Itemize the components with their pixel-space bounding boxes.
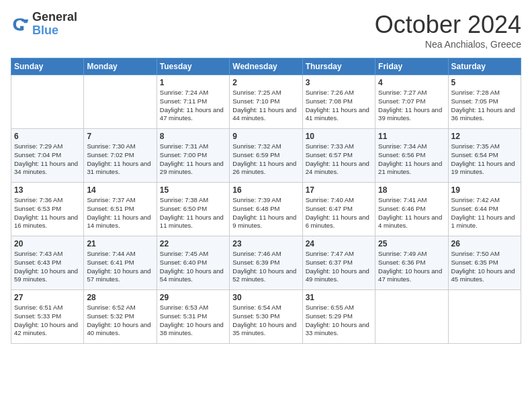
cell-info: Sunrise: 7:25 AMSunset: 7:10 PMDaylight:…: [232, 89, 299, 123]
calendar-cell: 25Sunrise: 7:49 AMSunset: 6:36 PMDayligh…: [375, 236, 448, 290]
header-day: Friday: [375, 58, 448, 75]
day-number: 23: [232, 239, 299, 248]
calendar-cell: 1Sunrise: 7:24 AMSunset: 7:11 PMDaylight…: [157, 75, 229, 129]
cell-info: Sunrise: 7:38 AMSunset: 6:50 PMDaylight:…: [160, 196, 226, 230]
day-number: 6: [14, 132, 81, 141]
header-day: Sunday: [11, 58, 84, 75]
calendar-cell: 10Sunrise: 7:33 AMSunset: 6:57 PMDayligh…: [302, 129, 375, 183]
day-number: 4: [378, 78, 445, 87]
day-number: 16: [232, 185, 299, 195]
cell-info: Sunrise: 7:43 AMSunset: 6:43 PMDaylight:…: [14, 250, 81, 284]
calendar-cell: [11, 75, 84, 129]
cell-info: Sunrise: 6:53 AMSunset: 5:31 PMDaylight:…: [160, 304, 226, 338]
calendar-cell: 19Sunrise: 7:42 AMSunset: 6:44 PMDayligh…: [448, 183, 521, 236]
day-number: 10: [306, 132, 372, 141]
cell-info: Sunrise: 7:31 AMSunset: 7:00 PMDaylight:…: [160, 142, 226, 177]
calendar-row: 13Sunrise: 7:36 AMSunset: 6:53 PMDayligh…: [11, 183, 521, 236]
calendar-cell: 9Sunrise: 7:32 AMSunset: 6:59 PMDaylight…: [230, 129, 302, 183]
day-number: 27: [14, 293, 81, 302]
day-number: 31: [306, 293, 372, 302]
calendar-cell: 16Sunrise: 7:39 AMSunset: 6:48 PMDayligh…: [230, 183, 302, 236]
calendar-cell: 3Sunrise: 7:26 AMSunset: 7:08 PMDaylight…: [302, 75, 375, 129]
month-title: October 2024: [375, 11, 521, 39]
calendar-cell: 8Sunrise: 7:31 AMSunset: 7:00 PMDaylight…: [157, 129, 229, 183]
calendar-table: SundayMondayTuesdayWednesdayThursdayFrid…: [11, 58, 521, 344]
day-number: 12: [451, 132, 518, 141]
day-number: 8: [160, 132, 226, 141]
cell-info: Sunrise: 6:54 AMSunset: 5:30 PMDaylight:…: [232, 304, 299, 338]
calendar-row: 1Sunrise: 7:24 AMSunset: 7:11 PMDaylight…: [11, 75, 521, 129]
day-number: 26: [451, 239, 518, 248]
day-number: 7: [87, 132, 153, 141]
calendar-cell: 4Sunrise: 7:27 AMSunset: 7:07 PMDaylight…: [375, 75, 448, 129]
cell-info: Sunrise: 7:27 AMSunset: 7:07 PMDaylight:…: [378, 89, 445, 123]
cell-info: Sunrise: 7:39 AMSunset: 6:48 PMDaylight:…: [232, 196, 299, 230]
day-number: 22: [160, 239, 226, 248]
day-number: 15: [160, 185, 226, 195]
cell-info: Sunrise: 6:52 AMSunset: 5:32 PMDaylight:…: [87, 304, 153, 338]
day-number: 11: [378, 132, 445, 141]
calendar-cell: 15Sunrise: 7:38 AMSunset: 6:50 PMDayligh…: [157, 183, 229, 236]
cell-info: Sunrise: 7:49 AMSunset: 6:36 PMDaylight:…: [378, 250, 445, 284]
day-number: 21: [87, 239, 153, 248]
logo-blue: Blue: [32, 24, 77, 38]
day-number: 25: [378, 239, 445, 248]
calendar-cell: 5Sunrise: 7:28 AMSunset: 7:05 PMDaylight…: [448, 75, 521, 129]
header-day: Monday: [84, 58, 157, 75]
day-number: 3: [306, 78, 372, 87]
day-number: 20: [14, 239, 81, 248]
calendar-cell: [448, 290, 521, 344]
cell-info: Sunrise: 6:51 AMSunset: 5:33 PMDaylight:…: [14, 304, 81, 338]
title-block: October 2024 Nea Anchialos, Greece: [375, 11, 521, 50]
header-day: Wednesday: [230, 58, 302, 75]
header-day: Thursday: [302, 58, 375, 75]
day-number: 9: [232, 132, 299, 141]
calendar-cell: 29Sunrise: 6:53 AMSunset: 5:31 PMDayligh…: [157, 290, 229, 344]
day-number: 17: [306, 185, 372, 195]
cell-info: Sunrise: 7:37 AMSunset: 6:51 PMDaylight:…: [87, 196, 153, 230]
day-number: 14: [87, 185, 153, 195]
cell-info: Sunrise: 7:50 AMSunset: 6:35 PMDaylight:…: [451, 250, 518, 284]
day-number: 2: [232, 78, 299, 87]
calendar-cell: 17Sunrise: 7:40 AMSunset: 6:47 PMDayligh…: [302, 183, 375, 236]
cell-info: Sunrise: 7:46 AMSunset: 6:39 PMDaylight:…: [232, 250, 299, 284]
cell-info: Sunrise: 7:26 AMSunset: 7:08 PMDaylight:…: [306, 89, 372, 123]
header-day: Saturday: [448, 58, 521, 75]
calendar-row: 6Sunrise: 7:29 AMSunset: 7:04 PMDaylight…: [11, 129, 521, 183]
calendar-row: 20Sunrise: 7:43 AMSunset: 6:43 PMDayligh…: [11, 236, 521, 290]
location: Nea Anchialos, Greece: [375, 39, 521, 50]
day-number: 30: [232, 293, 299, 302]
cell-info: Sunrise: 7:30 AMSunset: 7:02 PMDaylight:…: [87, 142, 153, 177]
calendar-cell: 28Sunrise: 6:52 AMSunset: 5:32 PMDayligh…: [84, 290, 157, 344]
logo-icon: [11, 15, 30, 34]
calendar-cell: 26Sunrise: 7:50 AMSunset: 6:35 PMDayligh…: [448, 236, 521, 290]
cell-info: Sunrise: 7:28 AMSunset: 7:05 PMDaylight:…: [451, 89, 518, 123]
calendar-cell: 23Sunrise: 7:46 AMSunset: 6:39 PMDayligh…: [230, 236, 302, 290]
cell-info: Sunrise: 7:32 AMSunset: 6:59 PMDaylight:…: [232, 142, 299, 177]
day-number: 1: [160, 78, 226, 87]
calendar-cell: 21Sunrise: 7:44 AMSunset: 6:41 PMDayligh…: [84, 236, 157, 290]
day-number: 29: [160, 293, 226, 302]
cell-info: Sunrise: 7:24 AMSunset: 7:11 PMDaylight:…: [160, 89, 226, 123]
cell-info: Sunrise: 7:29 AMSunset: 7:04 PMDaylight:…: [14, 142, 81, 177]
calendar-cell: [375, 290, 448, 344]
calendar-cell: 11Sunrise: 7:34 AMSunset: 6:56 PMDayligh…: [375, 129, 448, 183]
cell-info: Sunrise: 7:41 AMSunset: 6:46 PMDaylight:…: [378, 196, 445, 230]
cell-info: Sunrise: 7:45 AMSunset: 6:40 PMDaylight:…: [160, 250, 226, 284]
cell-info: Sunrise: 7:36 AMSunset: 6:53 PMDaylight:…: [14, 196, 81, 230]
header-row: SundayMondayTuesdayWednesdayThursdayFrid…: [11, 58, 521, 75]
cell-info: Sunrise: 7:35 AMSunset: 6:54 PMDaylight:…: [451, 142, 518, 177]
calendar-cell: 12Sunrise: 7:35 AMSunset: 6:54 PMDayligh…: [448, 129, 521, 183]
cell-info: Sunrise: 7:33 AMSunset: 6:57 PMDaylight:…: [306, 142, 372, 177]
calendar-cell: 7Sunrise: 7:30 AMSunset: 7:02 PMDaylight…: [84, 129, 157, 183]
cell-info: Sunrise: 6:55 AMSunset: 5:29 PMDaylight:…: [306, 304, 372, 338]
calendar-cell: 30Sunrise: 6:54 AMSunset: 5:30 PMDayligh…: [230, 290, 302, 344]
calendar-row: 27Sunrise: 6:51 AMSunset: 5:33 PMDayligh…: [11, 290, 521, 344]
day-number: 28: [87, 293, 153, 302]
calendar-cell: 27Sunrise: 6:51 AMSunset: 5:33 PMDayligh…: [11, 290, 84, 344]
cell-info: Sunrise: 7:40 AMSunset: 6:47 PMDaylight:…: [306, 196, 372, 230]
calendar-cell: 31Sunrise: 6:55 AMSunset: 5:29 PMDayligh…: [302, 290, 375, 344]
calendar-cell: 14Sunrise: 7:37 AMSunset: 6:51 PMDayligh…: [84, 183, 157, 236]
cell-info: Sunrise: 7:34 AMSunset: 6:56 PMDaylight:…: [378, 142, 445, 177]
calendar-cell: 22Sunrise: 7:45 AMSunset: 6:40 PMDayligh…: [157, 236, 229, 290]
